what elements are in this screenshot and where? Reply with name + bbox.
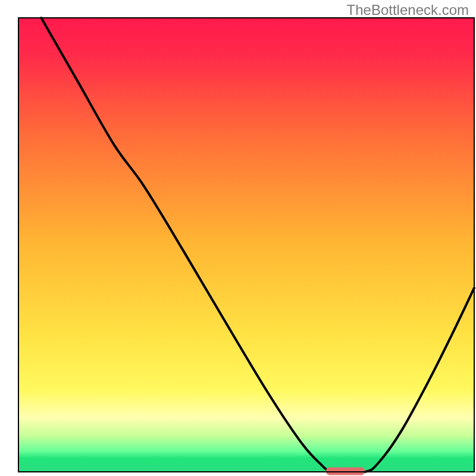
svg-rect-0 bbox=[18, 18, 474, 472]
chart-svg bbox=[0, 0, 476, 476]
attribution-watermark: TheBottleneck.com bbox=[347, 2, 469, 18]
bottleneck-chart: TheBottleneck.com bbox=[0, 0, 476, 476]
